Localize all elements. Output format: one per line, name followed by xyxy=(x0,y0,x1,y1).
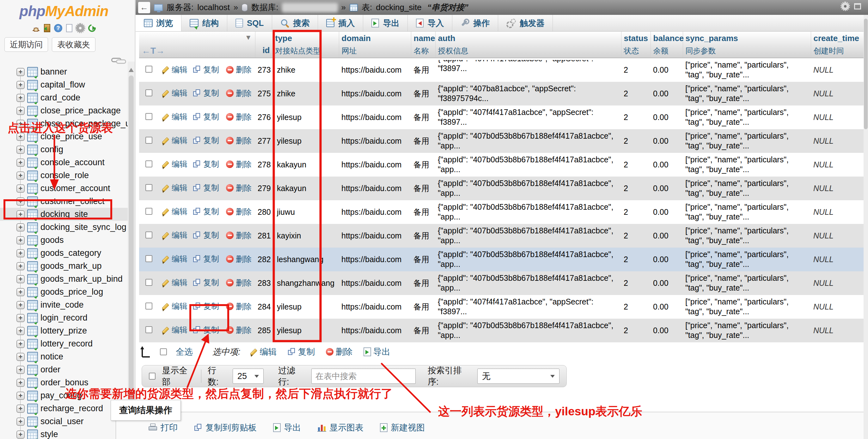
recent-tables-tab[interactable]: 近期访问 xyxy=(4,37,48,52)
copy-row-button[interactable]: 复制 xyxy=(193,111,219,122)
check-all-label[interactable]: 全选 xyxy=(176,346,193,358)
expand-icon[interactable] xyxy=(17,120,25,128)
expand-icon[interactable] xyxy=(17,327,25,335)
logout-icon[interactable] xyxy=(44,24,50,32)
edit-row-button[interactable]: 编辑 xyxy=(161,325,187,335)
sidebar-item-invite_code[interactable]: invite_code xyxy=(0,299,128,311)
edit-row-button[interactable]: 编辑 xyxy=(161,135,187,145)
tab-sql[interactable]: SQL xyxy=(227,15,272,31)
sort-by-key-select[interactable]: 无 xyxy=(477,369,559,384)
resultop-view-button[interactable]: 新建视图 xyxy=(380,422,425,433)
tab-triggers[interactable]: 触发器 xyxy=(498,15,553,31)
copy-row-button[interactable]: 复制 xyxy=(193,135,219,145)
expand-icon[interactable] xyxy=(17,197,25,206)
expand-icon[interactable] xyxy=(17,431,25,439)
copy-row-button[interactable]: 复制 xyxy=(193,182,219,193)
resultop-print-button[interactable]: 打印 xyxy=(149,422,178,433)
resultop-export-button[interactable]: 导出 xyxy=(273,422,301,433)
docs-icon[interactable] xyxy=(66,24,72,32)
row-checkbox[interactable] xyxy=(146,326,152,333)
sidebar-item-goods_mark_up[interactable]: goods_mark_up xyxy=(0,260,128,273)
expand-icon[interactable] xyxy=(17,301,25,309)
settings-icon[interactable] xyxy=(76,24,84,32)
delete-row-button[interactable]: 删除 xyxy=(226,301,252,312)
sidebar-item-banner[interactable]: banner xyxy=(0,65,128,78)
edit-row-button[interactable]: 编辑 xyxy=(161,111,187,122)
edit-row-button[interactable]: 编辑 xyxy=(161,277,187,288)
tab-search[interactable]: 搜索 xyxy=(272,15,318,31)
refresh-icon[interactable] xyxy=(87,23,97,33)
sidebar-item-login_record[interactable]: login_record xyxy=(0,311,128,324)
sidebar-item-console_role[interactable]: console_role xyxy=(0,169,128,182)
sidebar-item-close_price_use[interactable]: close_price_use xyxy=(0,130,128,143)
sidebar-item-pay_config[interactable]: pay_config xyxy=(0,389,128,402)
sidebar-item-goods_price_log[interactable]: goods_price_log xyxy=(0,285,128,299)
delete-row-button[interactable]: 删除 xyxy=(226,230,252,241)
sidebar-item-lottery_record[interactable]: lottery_record xyxy=(0,337,128,350)
sidebar-scrollbar[interactable] xyxy=(128,62,135,439)
expand-icon[interactable] xyxy=(17,223,25,232)
row-checkbox[interactable] xyxy=(146,89,152,96)
browse-nav-icon[interactable]: ←T→ xyxy=(142,46,165,56)
main-scrollbar-thumb[interactable] xyxy=(864,19,868,129)
resultop-chart-button[interactable]: 显示图表 xyxy=(317,422,364,433)
selected-copy-button[interactable]: 复制 xyxy=(288,346,315,358)
col-header-status[interactable]: status状态 xyxy=(621,32,651,58)
sidebar-item-social_user[interactable]: social_user xyxy=(0,415,128,428)
copy-row-button[interactable]: 复制 xyxy=(193,64,219,75)
expand-icon[interactable] xyxy=(17,353,25,361)
selected-edit-button[interactable]: 编辑 xyxy=(249,346,277,358)
sidebar-item-docking_site[interactable]: docking_site xyxy=(0,208,128,221)
col-header-balance[interactable]: balance余额 xyxy=(651,32,683,58)
page-settings-icon[interactable] xyxy=(841,3,849,10)
fullscreen-icon[interactable] xyxy=(854,3,861,9)
expand-icon[interactable] xyxy=(17,68,25,76)
copy-row-button[interactable]: 复制 xyxy=(193,301,219,311)
sidebar-item-order[interactable]: order xyxy=(0,363,128,376)
expand-icon[interactable] xyxy=(17,366,25,374)
resultop-clipboard-button[interactable]: 复制到剪贴板 xyxy=(194,422,257,433)
row-checkbox[interactable] xyxy=(146,66,152,73)
sidebar-item-recharge_record[interactable]: recharge_record xyxy=(0,402,128,415)
sidebar-item-console_account[interactable]: console_account xyxy=(0,156,128,169)
sidebar-item-order_bonus[interactable]: order_bonus xyxy=(0,376,128,389)
rows-count-select[interactable]: 25 xyxy=(232,369,264,384)
col-header-type[interactable]: type对接站点类型 xyxy=(273,32,339,58)
edit-row-button[interactable]: 编辑 xyxy=(161,254,187,264)
table-name[interactable]: docking_site xyxy=(376,3,422,12)
sort-options-icon[interactable]: ▼ xyxy=(245,33,252,42)
row-checkbox[interactable] xyxy=(146,161,152,167)
scroll-up-icon[interactable] xyxy=(129,65,134,72)
sidebar-item-config[interactable]: config xyxy=(0,143,128,156)
expand-icon[interactable] xyxy=(17,405,25,413)
expand-icon[interactable] xyxy=(17,210,25,218)
copy-row-button[interactable]: 复制 xyxy=(193,325,219,335)
expand-icon[interactable] xyxy=(17,159,25,167)
sidebar-item-goods[interactable]: goods xyxy=(0,234,128,247)
copy-row-button[interactable]: 复制 xyxy=(193,159,219,169)
col-header-auth[interactable]: auth授权信息 xyxy=(435,32,621,58)
sidebar-item-docking_site_sync_log[interactable]: docking_site_sync_log xyxy=(0,221,128,234)
expand-icon[interactable] xyxy=(17,107,25,115)
tab-operations[interactable]: 操作 xyxy=(452,15,498,31)
expand-icon[interactable] xyxy=(17,236,25,244)
row-checkbox[interactable] xyxy=(146,255,152,262)
filter-input[interactable] xyxy=(311,369,416,384)
row-checkbox[interactable] xyxy=(146,232,152,238)
sidebar-item-goods_mark_up_bind[interactable]: goods_mark_up_bind xyxy=(0,273,128,285)
show-all-label[interactable]: 显示全部 xyxy=(162,365,195,387)
sidebar-item-capital_flow[interactable]: capital_flow xyxy=(0,78,128,91)
sidebar-item-customer_collect[interactable]: customer_collect xyxy=(0,195,128,208)
delete-row-button[interactable]: 删除 xyxy=(226,183,252,193)
tab-structure[interactable]: 结构 xyxy=(181,15,227,31)
copy-row-button[interactable]: 复制 xyxy=(193,206,219,217)
col-header-domain[interactable]: domain网址 xyxy=(339,32,411,58)
delete-row-button[interactable]: 删除 xyxy=(226,135,252,146)
expand-icon[interactable] xyxy=(17,314,25,322)
expand-icon[interactable] xyxy=(17,133,25,141)
expand-icon[interactable] xyxy=(17,249,25,258)
copy-row-button[interactable]: 复制 xyxy=(193,230,219,240)
expand-icon[interactable] xyxy=(17,145,25,154)
favorite-tables-tab[interactable]: 表收藏夹 xyxy=(52,37,95,52)
delete-row-button[interactable]: 删除 xyxy=(226,325,252,335)
